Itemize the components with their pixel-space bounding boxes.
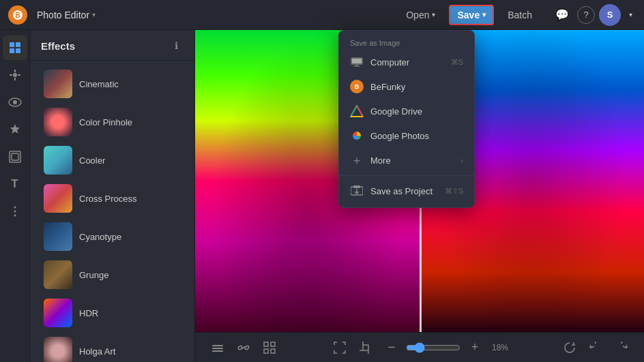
- open-label: Open: [406, 10, 429, 20]
- effect-thumb-holgaart: [44, 337, 72, 362]
- save-googlephotos-label: Google Photos: [370, 131, 429, 141]
- avatar-arrow-button[interactable]: ▾: [625, 4, 636, 26]
- saveproject-icon: [350, 184, 364, 198]
- save-befunky-item[interactable]: B BeFunky: [339, 74, 474, 99]
- zoom-out-button[interactable]: −: [380, 336, 403, 359]
- svg-text:B: B: [15, 12, 20, 19]
- effect-thumb-colorpinhole: [44, 108, 72, 136]
- svg-marker-6: [351, 106, 363, 117]
- icon-bar-effects[interactable]: [3, 35, 27, 60]
- icon-bar-adjust[interactable]: [3, 63, 27, 87]
- svg-rect-37: [271, 349, 275, 353]
- save-button[interactable]: Save ▾: [449, 5, 494, 25]
- icon-bar: T: [0, 30, 30, 362]
- effect-item-cinematic[interactable]: Cinematic: [34, 65, 190, 103]
- svg-line-7: [351, 106, 357, 117]
- topbar-icons: 💬 ? S ▾: [551, 4, 636, 26]
- save-dropdown: Save as Image Computer ⌘S B BeFunky Goog…: [338, 30, 475, 208]
- googledrive-icon: [350, 104, 364, 118]
- effect-label-colorpinhole: Color Pinhole: [79, 117, 132, 127]
- svg-point-28: [14, 215, 16, 217]
- app-title-arrow: ▾: [92, 11, 96, 18]
- effect-label-cyanotype: Cyanotype: [79, 232, 121, 242]
- effect-thumb-hdr: [44, 299, 72, 327]
- dropdown-divider: [339, 175, 474, 176]
- zoom-slider[interactable]: [406, 342, 460, 353]
- effect-item-cyanotype[interactable]: Cyanotype: [34, 217, 190, 256]
- effects-title: Effects: [41, 40, 75, 52]
- avatar-button[interactable]: S: [599, 4, 621, 26]
- save-googledrive-label: Google Drive: [370, 106, 422, 117]
- effect-thumb-grunge: [44, 260, 72, 289]
- bottom-toolbar: − + 18%: [195, 332, 644, 362]
- svg-rect-36: [264, 349, 268, 353]
- svg-rect-34: [264, 342, 268, 346]
- effect-item-grunge[interactable]: Grunge: [34, 256, 190, 294]
- save-project-item[interactable]: Save as Project ⌘⇧S: [339, 179, 474, 203]
- batch-button[interactable]: Batch: [499, 5, 540, 25]
- svg-rect-33: [244, 345, 249, 350]
- link-button[interactable]: [232, 336, 255, 359]
- topbar: B Photo Editor ▾ Open ▾ Save ▾ Batch 💬 ?…: [0, 0, 644, 30]
- open-button[interactable]: Open ▾: [398, 5, 443, 25]
- fit-screen-button[interactable]: [328, 336, 351, 359]
- effect-label-grunge: Grunge: [79, 270, 108, 280]
- save-more-item[interactable]: ＋ More ›: [339, 148, 474, 172]
- zoom-value: 18%: [489, 343, 511, 352]
- icon-bar-preview[interactable]: [3, 90, 27, 115]
- toolbar-center-group: − + 18%: [328, 336, 511, 359]
- svg-rect-14: [16, 42, 20, 47]
- effect-item-cooler[interactable]: Cooler: [34, 141, 190, 179]
- app-title-text: Photo Editor: [37, 10, 89, 20]
- effect-thumb-cyanotype: [44, 222, 72, 251]
- save-googlephotos-item[interactable]: Google Photos: [339, 123, 474, 148]
- effect-thumb-crossprocess: [44, 184, 72, 213]
- app-logo: B: [8, 5, 27, 25]
- save-computer-item[interactable]: Computer ⌘S: [339, 50, 474, 74]
- befunky-icon: B: [350, 80, 364, 93]
- svg-rect-4: [355, 65, 359, 66]
- effect-label-holgaart: Holga Art: [79, 346, 115, 357]
- svg-rect-31: [212, 345, 223, 346]
- save-googledrive-item[interactable]: Google Drive: [339, 99, 474, 123]
- effects-info-button[interactable]: ℹ: [169, 38, 184, 53]
- save-more-label: More: [370, 155, 391, 166]
- save-project-shortcut: ⌘⇧S: [445, 187, 463, 196]
- effect-label-cooler: Cooler: [79, 155, 105, 166]
- refresh-button[interactable]: [558, 336, 581, 359]
- save-label: Save: [457, 10, 480, 20]
- effects-panel: Effects ℹ Cinematic Color Pinhole Cooler…: [30, 30, 195, 362]
- help-button[interactable]: ?: [577, 6, 595, 24]
- grid-button[interactable]: [258, 336, 281, 359]
- effect-item-holgaart[interactable]: Holga Art: [34, 332, 190, 362]
- app-title-button[interactable]: Photo Editor ▾: [33, 7, 100, 23]
- icon-bar-more[interactable]: [3, 199, 27, 224]
- layers-button[interactable]: [206, 336, 229, 359]
- computer-icon: [350, 55, 364, 69]
- open-arrow: ▾: [432, 11, 435, 18]
- save-as-image-label: Save as Image: [339, 35, 474, 50]
- icon-bar-frame[interactable]: [3, 145, 27, 169]
- redo-button[interactable]: [610, 336, 633, 359]
- avatar-label: S: [607, 10, 613, 20]
- svg-rect-13: [10, 42, 14, 47]
- svg-point-27: [14, 211, 16, 213]
- effect-item-crossprocess[interactable]: Cross Process: [34, 179, 190, 217]
- undo-button[interactable]: [584, 336, 607, 359]
- zoom-in-button[interactable]: +: [463, 336, 486, 359]
- effects-list: Cinematic Color Pinhole Cooler Cross Pro…: [30, 61, 194, 362]
- save-arrow: ▾: [482, 11, 486, 18]
- crop-button[interactable]: [354, 336, 377, 359]
- svg-rect-35: [271, 342, 275, 346]
- more-icon: ＋: [350, 153, 364, 167]
- chat-button[interactable]: 💬: [551, 4, 573, 26]
- svg-rect-11: [353, 185, 360, 188]
- toolbar-right-group: [558, 336, 633, 359]
- effects-header: Effects ℹ: [30, 30, 194, 61]
- icon-bar-text[interactable]: T: [3, 172, 27, 196]
- svg-rect-32: [237, 345, 242, 350]
- icon-bar-sticker[interactable]: [3, 117, 27, 142]
- effect-item-colorpinhole[interactable]: Color Pinhole: [34, 103, 190, 141]
- effect-item-hdr[interactable]: HDR: [34, 294, 190, 332]
- batch-label: Batch: [508, 10, 532, 20]
